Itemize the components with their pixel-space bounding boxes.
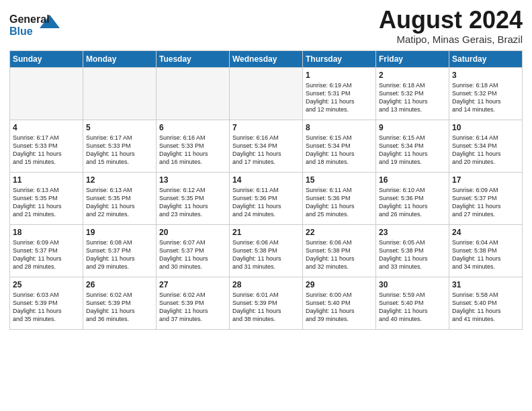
day-number: 9 <box>379 123 446 132</box>
table-row: 28Sunrise: 6:01 AM Sunset: 5:39 PM Dayli… <box>230 277 303 329</box>
day-info: Sunrise: 6:18 AM Sunset: 5:32 PM Dayligh… <box>452 81 519 114</box>
day-number: 2 <box>379 71 446 80</box>
svg-text:General: General <box>9 13 50 25</box>
day-number: 3 <box>452 71 519 80</box>
day-number: 13 <box>159 175 226 185</box>
month-title: August 2024 <box>379 7 523 34</box>
table-row: 30Sunrise: 5:59 AM Sunset: 5:40 PM Dayli… <box>376 277 449 329</box>
header: General Blue August 2024 Matipo, Minas G… <box>9 7 523 45</box>
table-row: 24Sunrise: 6:04 AM Sunset: 5:38 PM Dayli… <box>449 224 523 277</box>
day-info: Sunrise: 6:19 AM Sunset: 5:31 PM Dayligh… <box>306 81 373 114</box>
day-info: Sunrise: 6:08 AM Sunset: 5:37 PM Dayligh… <box>86 238 153 271</box>
day-info: Sunrise: 6:05 AM Sunset: 5:38 PM Dayligh… <box>379 238 446 271</box>
day-info: Sunrise: 6:17 AM Sunset: 5:33 PM Dayligh… <box>86 134 153 167</box>
day-number: 31 <box>452 280 519 289</box>
day-number: 7 <box>232 123 300 132</box>
day-number: 12 <box>86 175 153 185</box>
day-info: Sunrise: 6:16 AM Sunset: 5:34 PM Dayligh… <box>232 134 300 167</box>
day-number: 24 <box>452 228 519 237</box>
day-number: 23 <box>379 228 446 237</box>
day-info: Sunrise: 6:09 AM Sunset: 5:37 PM Dayligh… <box>452 186 519 219</box>
header-monday: Monday <box>83 50 157 67</box>
day-number: 4 <box>13 123 80 132</box>
day-number: 30 <box>379 280 446 289</box>
header-saturday: Saturday <box>449 50 523 67</box>
calendar-week-row: 18Sunrise: 6:09 AM Sunset: 5:37 PM Dayli… <box>10 224 523 277</box>
table-row: 23Sunrise: 6:05 AM Sunset: 5:38 PM Dayli… <box>376 224 449 277</box>
table-row: 16Sunrise: 6:10 AM Sunset: 5:36 PM Dayli… <box>376 172 449 224</box>
table-row: 14Sunrise: 6:11 AM Sunset: 5:36 PM Dayli… <box>230 172 303 224</box>
day-info: Sunrise: 6:13 AM Sunset: 5:35 PM Dayligh… <box>13 186 80 219</box>
day-info: Sunrise: 6:06 AM Sunset: 5:38 PM Dayligh… <box>306 238 373 271</box>
day-number: 15 <box>306 175 373 185</box>
day-info: Sunrise: 6:13 AM Sunset: 5:35 PM Dayligh… <box>86 186 153 219</box>
table-row: 8Sunrise: 6:15 AM Sunset: 5:34 PM Daylig… <box>303 120 376 172</box>
table-row: 2Sunrise: 6:18 AM Sunset: 5:32 PM Daylig… <box>376 67 449 120</box>
calendar-week-row: 4Sunrise: 6:17 AM Sunset: 5:33 PM Daylig… <box>10 120 523 172</box>
day-info: Sunrise: 6:16 AM Sunset: 5:33 PM Dayligh… <box>159 134 226 167</box>
day-info: Sunrise: 6:14 AM Sunset: 5:34 PM Dayligh… <box>452 134 519 167</box>
day-info: Sunrise: 6:15 AM Sunset: 5:34 PM Dayligh… <box>379 134 446 167</box>
day-number: 6 <box>159 123 226 132</box>
table-row: 3Sunrise: 6:18 AM Sunset: 5:32 PM Daylig… <box>449 67 523 120</box>
day-info: Sunrise: 6:18 AM Sunset: 5:32 PM Dayligh… <box>379 81 446 114</box>
table-row: 20Sunrise: 6:07 AM Sunset: 5:37 PM Dayli… <box>157 224 230 277</box>
header-sunday: Sunday <box>10 50 83 67</box>
day-info: Sunrise: 6:09 AM Sunset: 5:37 PM Dayligh… <box>13 238 80 271</box>
day-info: Sunrise: 6:01 AM Sunset: 5:39 PM Dayligh… <box>232 291 300 324</box>
table-row: 21Sunrise: 6:06 AM Sunset: 5:38 PM Dayli… <box>230 224 303 277</box>
table-row: 13Sunrise: 6:12 AM Sunset: 5:35 PM Dayli… <box>157 172 230 224</box>
day-info: Sunrise: 5:58 AM Sunset: 5:40 PM Dayligh… <box>452 291 519 324</box>
header-tuesday: Tuesday <box>157 50 230 67</box>
day-info: Sunrise: 6:03 AM Sunset: 5:39 PM Dayligh… <box>13 291 80 324</box>
table-row: 15Sunrise: 6:11 AM Sunset: 5:36 PM Dayli… <box>303 172 376 224</box>
table-row: 10Sunrise: 6:14 AM Sunset: 5:34 PM Dayli… <box>449 120 523 172</box>
day-number: 18 <box>13 228 80 237</box>
day-info: Sunrise: 6:11 AM Sunset: 5:36 PM Dayligh… <box>232 186 300 219</box>
table-row: 1Sunrise: 6:19 AM Sunset: 5:31 PM Daylig… <box>303 67 376 120</box>
calendar-week-row: 25Sunrise: 6:03 AM Sunset: 5:39 PM Dayli… <box>10 277 523 329</box>
calendar-week-row: 11Sunrise: 6:13 AM Sunset: 5:35 PM Dayli… <box>10 172 523 224</box>
day-number: 21 <box>232 228 300 237</box>
day-info: Sunrise: 6:12 AM Sunset: 5:35 PM Dayligh… <box>159 186 226 219</box>
day-number: 17 <box>452 175 519 185</box>
table-row: 5Sunrise: 6:17 AM Sunset: 5:33 PM Daylig… <box>83 120 157 172</box>
day-number: 1 <box>306 71 373 80</box>
table-row: 25Sunrise: 6:03 AM Sunset: 5:39 PM Dayli… <box>10 277 83 329</box>
table-row <box>83 67 157 120</box>
day-number: 5 <box>86 123 153 132</box>
day-info: Sunrise: 6:15 AM Sunset: 5:34 PM Dayligh… <box>306 134 373 167</box>
day-info: Sunrise: 6:06 AM Sunset: 5:38 PM Dayligh… <box>232 238 300 271</box>
logo-text: General Blue <box>9 9 70 42</box>
table-row <box>10 67 83 120</box>
title-block: August 2024 Matipo, Minas Gerais, Brazil <box>379 7 523 45</box>
day-number: 8 <box>306 123 373 132</box>
day-info: Sunrise: 6:02 AM Sunset: 5:39 PM Dayligh… <box>86 291 153 324</box>
day-info: Sunrise: 6:17 AM Sunset: 5:33 PM Dayligh… <box>13 134 80 167</box>
day-info: Sunrise: 6:11 AM Sunset: 5:36 PM Dayligh… <box>306 186 373 219</box>
day-number: 27 <box>159 280 226 289</box>
day-info: Sunrise: 6:02 AM Sunset: 5:39 PM Dayligh… <box>159 291 226 324</box>
day-number: 28 <box>232 280 300 289</box>
weekday-header-row: Sunday Monday Tuesday Wednesday Thursday… <box>10 50 523 67</box>
table-row: 11Sunrise: 6:13 AM Sunset: 5:35 PM Dayli… <box>10 172 83 224</box>
day-info: Sunrise: 5:59 AM Sunset: 5:40 PM Dayligh… <box>379 291 446 324</box>
table-row: 17Sunrise: 6:09 AM Sunset: 5:37 PM Dayli… <box>449 172 523 224</box>
day-info: Sunrise: 6:07 AM Sunset: 5:37 PM Dayligh… <box>159 238 226 271</box>
location: Matipo, Minas Gerais, Brazil <box>379 34 523 45</box>
day-info: Sunrise: 6:00 AM Sunset: 5:40 PM Dayligh… <box>306 291 373 324</box>
table-row: 12Sunrise: 6:13 AM Sunset: 5:35 PM Dayli… <box>83 172 157 224</box>
header-friday: Friday <box>376 50 449 67</box>
table-row: 7Sunrise: 6:16 AM Sunset: 5:34 PM Daylig… <box>230 120 303 172</box>
day-number: 19 <box>86 228 153 237</box>
day-info: Sunrise: 6:04 AM Sunset: 5:38 PM Dayligh… <box>452 238 519 271</box>
table-row: 22Sunrise: 6:06 AM Sunset: 5:38 PM Dayli… <box>303 224 376 277</box>
header-wednesday: Wednesday <box>230 50 303 67</box>
day-info: Sunrise: 6:10 AM Sunset: 5:36 PM Dayligh… <box>379 186 446 219</box>
day-number: 29 <box>306 280 373 289</box>
table-row: 31Sunrise: 5:58 AM Sunset: 5:40 PM Dayli… <box>449 277 523 329</box>
table-row: 4Sunrise: 6:17 AM Sunset: 5:33 PM Daylig… <box>10 120 83 172</box>
calendar-week-row: 1Sunrise: 6:19 AM Sunset: 5:31 PM Daylig… <box>10 67 523 120</box>
header-thursday: Thursday <box>303 50 376 67</box>
table-row: 29Sunrise: 6:00 AM Sunset: 5:40 PM Dayli… <box>303 277 376 329</box>
